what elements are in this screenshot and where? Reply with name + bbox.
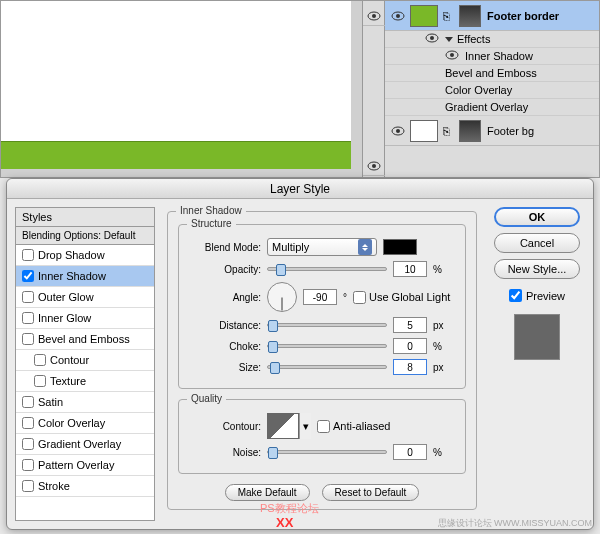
distance-slider[interactable]	[267, 323, 387, 327]
style-item-outer-glow[interactable]: Outer Glow	[16, 287, 154, 308]
style-checkbox[interactable]	[22, 438, 34, 450]
style-item-bevel-and-emboss[interactable]: Bevel and Emboss	[16, 329, 154, 350]
effect-inner-shadow[interactable]: Inner Shadow	[385, 48, 599, 65]
style-item-color-overlay[interactable]: Color Overlay	[16, 413, 154, 434]
styles-header[interactable]: Styles	[16, 208, 154, 227]
style-item-inner-glow[interactable]: Inner Glow	[16, 308, 154, 329]
noise-slider[interactable]	[267, 450, 387, 454]
style-checkbox[interactable]	[22, 312, 34, 324]
shadow-color-swatch[interactable]	[383, 239, 417, 255]
size-slider[interactable]	[267, 365, 387, 369]
eye-icon[interactable]	[389, 7, 407, 25]
slider-thumb[interactable]	[268, 447, 278, 459]
inner-shadow-fieldset: Inner Shadow Structure Blend Mode: Multi…	[167, 211, 477, 510]
eye-icon[interactable]	[389, 122, 407, 140]
structure-fieldset: Structure Blend Mode: Multiply Opacity: …	[178, 224, 466, 389]
style-item-drop-shadow[interactable]: Drop Shadow	[16, 245, 154, 266]
layer-thumbnail[interactable]	[410, 5, 438, 27]
opacity-slider[interactable]	[267, 267, 387, 271]
eye-icon[interactable]	[363, 6, 385, 26]
slider-thumb[interactable]	[270, 362, 280, 374]
effect-color-overlay[interactable]: Color Overlay	[385, 82, 599, 99]
style-item-contour[interactable]: Contour	[16, 350, 154, 371]
style-item-stroke[interactable]: Stroke	[16, 476, 154, 497]
blend-mode-select[interactable]: Multiply	[267, 238, 377, 256]
canvas-footer-strip[interactable]	[1, 141, 351, 169]
style-label: Gradient Overlay	[38, 438, 121, 450]
collapse-arrow-icon[interactable]	[445, 37, 453, 42]
size-label: Size:	[189, 362, 261, 373]
ok-button[interactable]: OK	[494, 207, 580, 227]
style-item-pattern-overlay[interactable]: Pattern Overlay	[16, 455, 154, 476]
style-checkbox[interactable]	[22, 270, 34, 282]
svg-point-1	[372, 14, 376, 18]
chevron-down-icon[interactable]: ▾	[299, 413, 311, 439]
contour-picker[interactable]: ▾	[267, 413, 311, 439]
effect-gradient-overlay[interactable]: Gradient Overlay	[385, 99, 599, 116]
layer-row-footer-border[interactable]: ⎘ Footer border	[385, 1, 599, 31]
style-checkbox[interactable]	[22, 333, 34, 345]
canvas-area	[0, 0, 385, 178]
slider-thumb[interactable]	[268, 320, 278, 332]
style-label: Outer Glow	[38, 291, 94, 303]
layer-name[interactable]: Footer bg	[487, 125, 534, 137]
style-checkbox[interactable]	[22, 291, 34, 303]
angle-label: Angle:	[189, 292, 261, 303]
reset-default-button[interactable]: Reset to Default	[322, 484, 420, 501]
cancel-button[interactable]: Cancel	[494, 233, 580, 253]
style-checkbox[interactable]	[22, 417, 34, 429]
style-checkbox[interactable]	[22, 480, 34, 492]
style-label: Satin	[38, 396, 63, 408]
opacity-input[interactable]	[393, 261, 427, 277]
style-item-texture[interactable]: Texture	[16, 371, 154, 392]
slider-thumb[interactable]	[276, 264, 286, 276]
distance-input[interactable]	[393, 317, 427, 333]
new-style-button[interactable]: New Style...	[494, 259, 580, 279]
canvas-document[interactable]	[1, 1, 351, 141]
blending-options-header[interactable]: Blending Options: Default	[16, 227, 154, 245]
preview-checkbox[interactable]: Preview	[509, 289, 565, 302]
layer-name[interactable]: Footer border	[487, 10, 559, 22]
mask-thumbnail[interactable]	[459, 120, 481, 142]
style-checkbox[interactable]	[34, 354, 46, 366]
dialog-title[interactable]: Layer Style	[7, 179, 593, 199]
antialiased-checkbox[interactable]: Anti-aliased	[317, 420, 390, 433]
style-checkbox[interactable]	[22, 249, 34, 261]
angle-input[interactable]	[303, 289, 337, 305]
mask-thumbnail[interactable]	[459, 5, 481, 27]
layer-thumbnail[interactable]	[410, 120, 438, 142]
style-item-gradient-overlay[interactable]: Gradient Overlay	[16, 434, 154, 455]
eye-icon[interactable]	[445, 50, 459, 62]
quality-fieldset: Quality Contour: ▾ Anti-aliased Noise: %	[178, 399, 466, 474]
size-input[interactable]	[393, 359, 427, 375]
style-label: Stroke	[38, 480, 70, 492]
style-checkbox[interactable]	[34, 375, 46, 387]
global-light-checkbox[interactable]: Use Global Light	[353, 291, 450, 304]
choke-input[interactable]	[393, 338, 427, 354]
style-item-satin[interactable]: Satin	[16, 392, 154, 413]
style-checkbox[interactable]	[22, 459, 34, 471]
distance-label: Distance:	[189, 320, 261, 331]
style-checkbox[interactable]	[22, 396, 34, 408]
choke-label: Choke:	[189, 341, 261, 352]
eye-icon[interactable]	[363, 156, 385, 176]
noise-input[interactable]	[393, 444, 427, 460]
style-item-inner-shadow[interactable]: Inner Shadow	[16, 266, 154, 287]
svg-point-9	[450, 53, 454, 57]
dialog-buttons: OK Cancel New Style... Preview	[489, 207, 585, 521]
dropdown-arrows-icon	[358, 239, 372, 255]
slider-thumb[interactable]	[268, 341, 278, 353]
angle-dial[interactable]	[267, 282, 297, 312]
choke-slider[interactable]	[267, 344, 387, 348]
styles-sidebar: Styles Blending Options: Default Drop Sh…	[15, 207, 155, 521]
section-label: Inner Shadow	[176, 205, 246, 216]
watermark-text: XX	[276, 515, 293, 530]
eye-icon[interactable]	[425, 33, 439, 45]
layer-row-footer-bg[interactable]: ⎘ Footer bg	[385, 116, 599, 146]
effects-header[interactable]: Effects	[385, 31, 599, 48]
make-default-button[interactable]: Make Default	[225, 484, 310, 501]
noise-label: Noise:	[189, 447, 261, 458]
effects-label: Effects	[457, 33, 490, 45]
effect-bevel-emboss[interactable]: Bevel and Emboss	[385, 65, 599, 82]
svg-point-5	[396, 14, 400, 18]
